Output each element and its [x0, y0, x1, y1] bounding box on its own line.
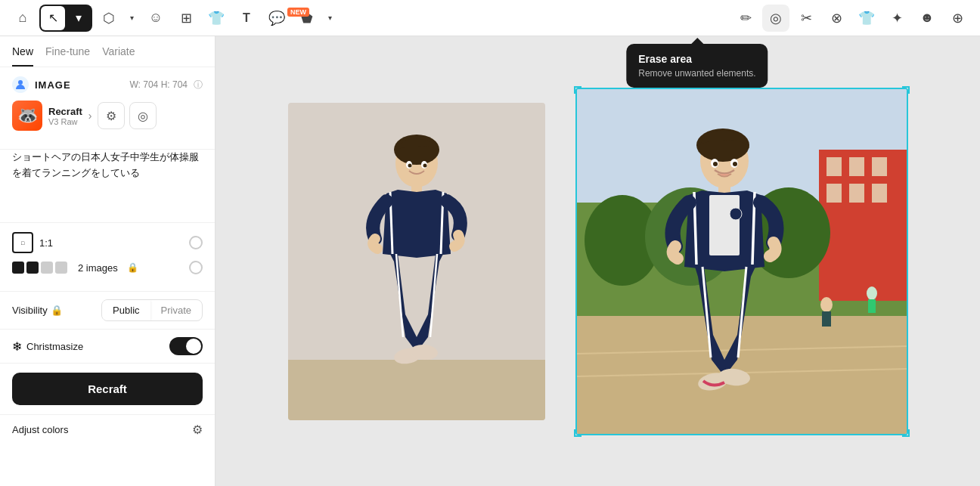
recraft-button[interactable]: Recraft — [12, 373, 203, 405]
shirt-tool-button[interactable]: 👕 — [203, 5, 230, 32]
circle-x-icon: ⊗ — [831, 10, 842, 26]
christmas-toggle[interactable] — [169, 337, 203, 355]
prompt-textarea[interactable]: ショートヘアの日本人女子中学生が体操服を着てランニングをしている — [12, 150, 203, 210]
home-button[interactable]: ⌂ — [9, 5, 36, 32]
tooltip-arrow — [691, 38, 703, 44]
pen-icon: ✏ — [740, 10, 752, 26]
tabs-row: New Fine-tune Variate — [0, 36, 215, 67]
selection-corner-br — [902, 429, 910, 437]
cursor-dropdown-button[interactable]: ▾ — [67, 6, 91, 30]
adjust-colors-icon[interactable]: ⚙ — [192, 423, 203, 437]
lasso-dropdown-button[interactable]: ▾ — [124, 5, 139, 32]
snowflake-icon: ❄ — [12, 339, 22, 354]
model-settings-sliders-button[interactable]: ⚙ — [98, 102, 125, 129]
girl-image-left-svg — [288, 103, 545, 420]
erase-area-tooltip: Erase area Remove unwanted elements. — [626, 44, 768, 88]
count-box-3 — [41, 262, 53, 274]
text-tool-button[interactable]: T — [233, 5, 260, 32]
cursor-tool-button[interactable]: ↖ — [41, 6, 65, 30]
svg-point-29 — [820, 297, 833, 312]
face2-tool-button[interactable]: ☻ — [913, 5, 941, 32]
svg-rect-20 — [826, 184, 842, 203]
size-label: 1:1 — [39, 237, 53, 249]
christmas-label: Christmasize — [26, 341, 169, 352]
lasso-tool-group: ⬡ ▾ — [95, 5, 139, 32]
lasso-icon: ⬡ — [103, 10, 115, 26]
size-option-row: □ 1:1 — [12, 232, 203, 253]
options-section: □ 1:1 2 images 🔒 — [0, 223, 215, 292]
shape-dropdown-button[interactable]: ▾ — [322, 5, 337, 32]
face-icon: ☺ — [149, 10, 163, 26]
shirt-icon: 👕 — [208, 10, 225, 26]
style-icon: ◎ — [138, 109, 148, 123]
grid-icon: ⊞ — [181, 10, 192, 26]
adjust-colors-label: Adjust colors — [12, 424, 192, 435]
model-style-button[interactable]: ◎ — [129, 102, 157, 129]
image-section-icon — [12, 76, 29, 93]
adjust-colors-section: Adjust colors ⚙ — [0, 414, 215, 444]
sparkle-icon: ✦ — [892, 10, 903, 26]
visibility-row: Visibility 🔒 Public Private — [12, 299, 203, 321]
selection-corner-tr — [902, 86, 910, 94]
size-slider-handle[interactable] — [189, 236, 203, 249]
canvas-image-left-container — [288, 103, 545, 420]
cursor-tool-group: ↖ ▾ — [39, 5, 92, 32]
visibility-private-button[interactable]: Private — [150, 300, 202, 320]
selection-corner-tl — [574, 86, 581, 94]
shirt2-tool-button[interactable]: 👕 — [853, 5, 880, 32]
visibility-section: Visibility 🔒 Public Private — [0, 292, 215, 330]
count-box-1 — [12, 262, 24, 274]
face-tool-button[interactable]: ☺ — [142, 5, 169, 32]
eraser-tool-button[interactable]: ◎ — [762, 5, 789, 32]
svg-rect-30 — [822, 311, 831, 327]
eraser-icon: ◎ — [770, 10, 782, 26]
svg-rect-21 — [849, 184, 864, 203]
info-icon[interactable]: ⓘ — [194, 79, 203, 91]
model-settings: ⚙ ◎ — [98, 102, 157, 129]
shirt2-icon: 👕 — [858, 10, 875, 26]
prompt-area: ショートヘアの日本人女子中学生が体操服を着てランニングをしている — [0, 150, 215, 223]
count-slider-handle[interactable] — [189, 261, 203, 274]
grid-tool-button[interactable]: ⊞ — [172, 5, 200, 32]
top-toolbar: ⌂ ↖ ▾ ⬡ ▾ ☺ ⊞ 👕 T 💬 NEW ⬟ ▾ — [0, 0, 980, 36]
svg-point-12 — [408, 163, 411, 167]
canvas-area[interactable]: Erase area Remove unwanted elements. — [216, 36, 980, 486]
image-label-row: IMAGE W: 704 H: 704 ⓘ — [12, 76, 203, 93]
count-lock-icon: 🔒 — [127, 262, 138, 273]
visibility-public-button[interactable]: Public — [102, 300, 150, 320]
images-count-label: 2 images — [78, 262, 118, 274]
model-version: V3 Raw — [48, 117, 82, 126]
person-icon — [15, 79, 26, 90]
visibility-toggle: Public Private — [101, 299, 203, 321]
count-boxes — [12, 262, 67, 274]
svg-point-37 — [730, 208, 742, 220]
scissors-tool-button[interactable]: ✂ — [792, 5, 820, 32]
toggle-knob — [186, 339, 201, 354]
tab-finetune[interactable]: Fine-tune — [45, 45, 90, 67]
model-info: Recraft V3 Raw — [48, 106, 82, 126]
location-tool-button[interactable]: ⊕ — [944, 5, 971, 32]
model-avatar-emoji: 🦝 — [17, 106, 38, 125]
svg-rect-17 — [826, 157, 842, 176]
model-avatar: 🦝 — [12, 101, 42, 131]
svg-rect-2 — [288, 360, 545, 420]
circle-x-tool-button[interactable]: ⊗ — [823, 5, 850, 32]
svg-point-31 — [867, 286, 877, 300]
canvas-image-right-container — [575, 88, 908, 435]
sparkle-tool-button[interactable]: ✦ — [883, 5, 910, 32]
count-box-2 — [26, 262, 39, 274]
visibility-label: Visibility 🔒 — [12, 305, 63, 316]
svg-point-0 — [18, 80, 23, 85]
tab-new[interactable]: New — [12, 45, 33, 67]
tooltip-title: Erase area — [638, 53, 755, 65]
text-icon: T — [243, 11, 250, 25]
svg-rect-32 — [868, 299, 876, 313]
svg-rect-18 — [849, 157, 864, 176]
lasso-tool-button[interactable]: ⬡ — [95, 5, 122, 32]
pen-tool-button[interactable]: ✏ — [732, 5, 759, 32]
visibility-lock-icon: 🔒 — [51, 305, 63, 316]
tab-variate[interactable]: Variate — [102, 45, 135, 67]
model-chevron-icon[interactable]: › — [88, 110, 92, 122]
model-row: 🦝 Recraft V3 Raw › ⚙ ◎ — [12, 101, 203, 131]
chat-tool-button[interactable]: 💬 — [263, 5, 290, 32]
